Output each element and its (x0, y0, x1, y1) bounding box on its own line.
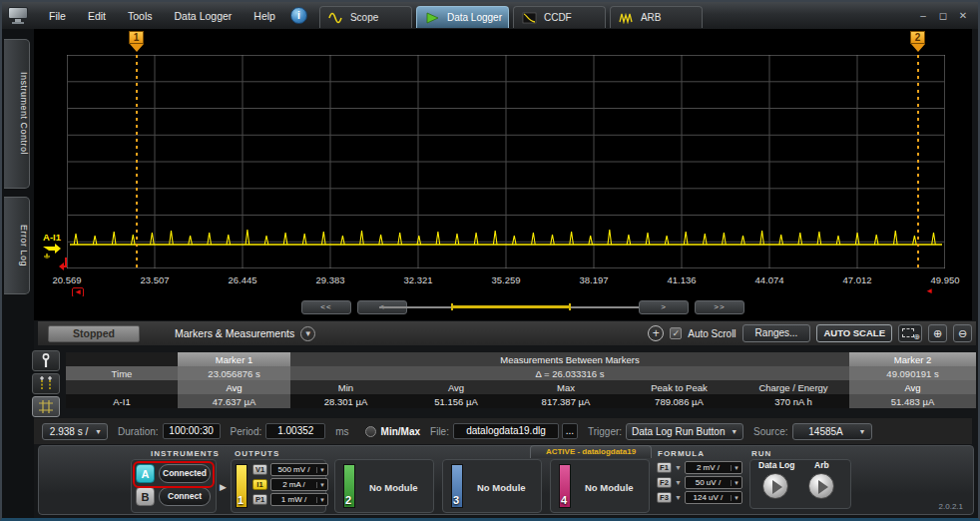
tab-ccdf[interactable]: CCDF (513, 6, 606, 28)
p1-scale-dropdown[interactable]: 1 mW /▼ (270, 493, 328, 506)
grid-view-button[interactable] (32, 396, 60, 417)
tab-label: ARB (641, 12, 662, 23)
active-file-tab[interactable]: ACTIVE - datalogdata19 (530, 445, 652, 458)
stat-header: Avg (849, 380, 976, 394)
marker1-flag[interactable]: 1 (129, 31, 144, 52)
data-logger-chart[interactable]: 1 2 A-I1 20.569 23.507 26.445 29.383 32.… (34, 29, 972, 296)
stat-header: Max (511, 380, 621, 394)
chart-scrollbar: << < > >> (34, 296, 972, 320)
channel2-group: 2 No Module (334, 459, 434, 513)
instrument-b-badge[interactable]: B (136, 487, 155, 506)
play-icon (818, 480, 828, 494)
play-icon (425, 12, 441, 24)
tab-scope[interactable]: Scope (319, 6, 412, 28)
chevron-down-icon: ▼ (316, 497, 327, 503)
scroll-visible-window[interactable] (451, 303, 571, 310)
tab-label: CCDF (544, 12, 572, 23)
v1-scale-dropdown[interactable]: 500 mV /▼ (270, 463, 328, 476)
f3-badge[interactable]: F3 (657, 492, 672, 503)
scroll-far-right-button[interactable]: >> (695, 300, 744, 314)
instruments-group: A Connected B Connect (131, 459, 217, 513)
play-icon (772, 480, 782, 494)
measurement-tools (32, 350, 62, 419)
minimize-button[interactable]: – (916, 10, 930, 22)
x-tick: 38.197 (572, 274, 616, 285)
chevron-down-icon: ▼ (95, 424, 102, 439)
menu-edit[interactable]: Edit (79, 6, 115, 26)
time-row-label: Time (66, 366, 178, 380)
timebase-dropdown[interactable]: 2.938 s /▼ (42, 423, 108, 440)
setup-wrench-button[interactable] (32, 350, 60, 371)
i1-badge: I1 (252, 479, 267, 490)
v1-badge: V1 (252, 464, 267, 475)
window-controls: – ◻ ✕ (916, 10, 970, 22)
ccdf-icon (522, 12, 538, 24)
tab-label: Data Logger (447, 12, 502, 23)
menu-file[interactable]: File (40, 6, 75, 26)
marker2-header[interactable]: Marker 2 (849, 352, 976, 366)
sidebar-tab-error-log[interactable]: Error Log (4, 197, 30, 294)
source-dropdown[interactable]: 14585A▼ (792, 423, 872, 440)
period-field[interactable]: 1.00352 (265, 423, 325, 439)
x-tick: 20.569 (45, 274, 89, 285)
markers-button[interactable] (32, 373, 60, 394)
meas-value: 47.637 µA (178, 394, 290, 408)
f3-scale-dropdown[interactable]: 124 uV /▼ (685, 491, 742, 504)
grid-icon (38, 399, 54, 414)
data-log-run-label: Data Log (758, 460, 794, 470)
i1-scale-dropdown[interactable]: 2 mA /▼ (270, 478, 328, 491)
auto-scroll-checkbox[interactable]: ✓ (670, 327, 682, 339)
arb-run-button[interactable] (808, 473, 834, 499)
zoom-in-button[interactable]: ⊕ (928, 324, 947, 342)
menu-help[interactable]: Help (245, 6, 284, 26)
delta-time-value: Δ = 26.033316 s (290, 366, 849, 380)
app-logo-icon (8, 7, 32, 24)
info-icon[interactable]: i (290, 7, 307, 24)
chevron-down-icon[interactable]: ▼ (300, 326, 315, 341)
tab-arb[interactable]: ARB (610, 6, 703, 28)
f2-scale-dropdown[interactable]: 50 uV /▼ (685, 476, 742, 489)
f2-badge[interactable]: F2 (657, 477, 672, 488)
period-unit: ms (335, 426, 348, 437)
expand-arrow-icon[interactable]: ▶ (220, 482, 227, 492)
run-state-badge: Stopped (48, 325, 140, 342)
data-log-run-button[interactable] (762, 473, 788, 499)
close-button[interactable]: ✕ (956, 10, 970, 22)
browse-button[interactable]: ... (562, 423, 578, 439)
markers-icon (38, 376, 54, 391)
x-tick: 49.950 (923, 274, 967, 285)
menu-bar: File Edit Tools Data Logger Help (40, 6, 284, 26)
menu-data-logger[interactable]: Data Logger (166, 6, 242, 26)
minmax-label: Min/Max (381, 426, 420, 437)
tab-data-logger[interactable]: Data Logger (416, 6, 509, 28)
axis-right-marker-icon[interactable]: ◄ (925, 287, 933, 295)
marker1-header[interactable]: Marker 1 (178, 352, 290, 366)
stat-header: Avg (178, 380, 290, 394)
file-field[interactable]: datalogdata19.dlg (453, 423, 559, 439)
duration-field[interactable]: 100:00:30 (163, 423, 221, 439)
f1-badge[interactable]: F1 (657, 462, 672, 473)
add-marker-icon[interactable]: + (648, 325, 664, 341)
marker2-flag[interactable]: 2 (910, 31, 925, 52)
auto-scroll-label: Auto Scroll (688, 328, 735, 339)
scroll-right-button[interactable]: > (639, 300, 689, 314)
trigger-marker-icon[interactable] (58, 257, 70, 270)
f1-scale-dropdown[interactable]: 2 mV /▼ (685, 461, 742, 474)
minmax-checkbox[interactable] (365, 426, 376, 437)
chevron-down-icon: ▼ (675, 479, 682, 486)
ranges-button[interactable]: Ranges... (742, 324, 811, 342)
zoom-out-button[interactable]: ⊖ (953, 324, 972, 342)
auto-scale-button[interactable]: AUTO SCALE (816, 324, 892, 342)
menu-tools[interactable]: Tools (119, 6, 162, 26)
zoom-region-button[interactable]: ⊕ (898, 324, 922, 342)
sidebar-tab-instrument-control[interactable]: Instrument Control (4, 39, 30, 189)
scroll-far-left-button[interactable]: << (301, 300, 351, 314)
instrument-b-connect-button[interactable]: Connect (159, 487, 211, 506)
marker2-time-value: 49.090191 s (849, 366, 976, 380)
waveform-plot[interactable] (67, 55, 945, 268)
maximize-button[interactable]: ◻ (936, 10, 950, 22)
chevron-down-icon: ▼ (675, 464, 682, 471)
x-tick: 32.321 (396, 274, 440, 285)
trigger-dropdown[interactable]: Data Log Run Button▼ (626, 423, 743, 440)
app-window: File Edit Tools Data Logger Help i Scope… (0, 0, 980, 521)
